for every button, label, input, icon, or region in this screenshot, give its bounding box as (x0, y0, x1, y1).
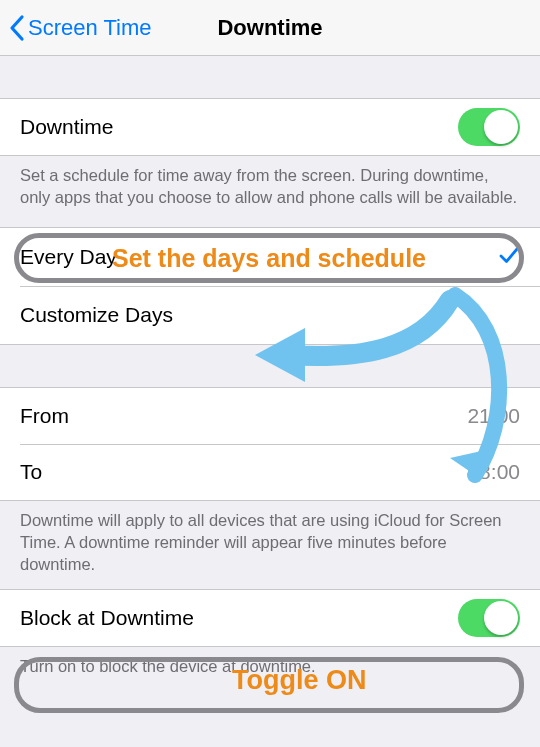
downtime-footer: Set a schedule for time away from the sc… (0, 156, 540, 221)
downtime-toggle-row: Downtime (0, 99, 540, 155)
from-label: From (20, 404, 467, 428)
schedule-days-group: Every Day Customize Days (0, 227, 540, 345)
back-label: Screen Time (28, 15, 152, 41)
from-value: 21:00 (467, 404, 520, 428)
customize-days-row[interactable]: Customize Days (0, 286, 540, 344)
page-title: Downtime (217, 15, 322, 41)
block-downtime-label: Block at Downtime (20, 606, 458, 630)
to-row[interactable]: To 08:00 (0, 444, 540, 500)
block-downtime-row: Block at Downtime (0, 590, 540, 646)
time-range-footer: Downtime will apply to all devices that … (0, 501, 540, 588)
checkmark-icon (498, 244, 520, 270)
block-downtime-group: Block at Downtime (0, 589, 540, 647)
downtime-toggle[interactable] (458, 108, 520, 146)
navigation-bar: Screen Time Downtime (0, 0, 540, 56)
customize-days-label: Customize Days (20, 303, 520, 327)
downtime-toggle-group: Downtime (0, 98, 540, 156)
from-row[interactable]: From 21:00 (0, 388, 540, 444)
to-label: To (20, 460, 467, 484)
every-day-label: Every Day (20, 245, 498, 269)
to-value: 08:00 (467, 460, 520, 484)
back-button[interactable]: Screen Time (0, 14, 152, 42)
every-day-row[interactable]: Every Day (0, 228, 540, 286)
time-range-group: From 21:00 To 08:00 (0, 387, 540, 501)
block-downtime-toggle[interactable] (458, 599, 520, 637)
downtime-label: Downtime (20, 115, 458, 139)
block-downtime-footer: Turn on to block the device at downtime. (0, 647, 540, 689)
chevron-left-icon (8, 14, 25, 42)
